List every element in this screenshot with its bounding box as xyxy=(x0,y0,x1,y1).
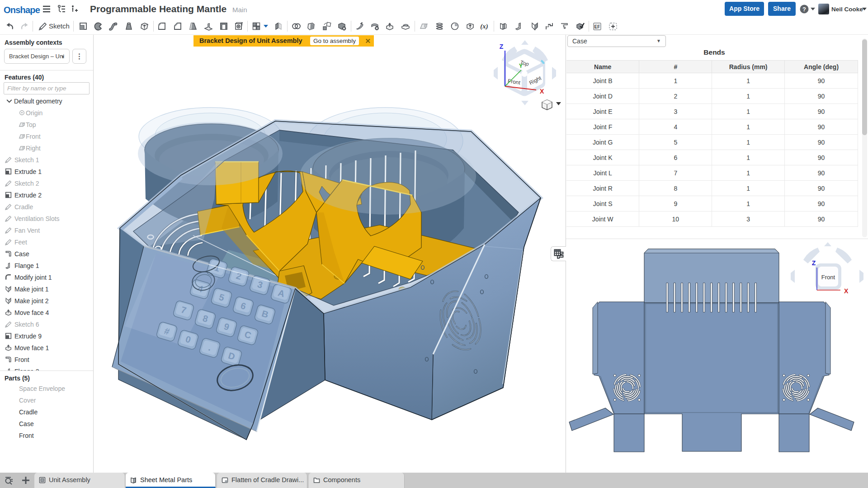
svg-text:Front: Front xyxy=(821,274,835,281)
svg-text:?: ? xyxy=(802,6,806,13)
svg-text:X: X xyxy=(844,287,849,295)
svg-text:EF: EF xyxy=(594,24,600,29)
svg-text:Z: Z xyxy=(812,259,816,267)
svg-text:(x): (x) xyxy=(480,23,488,30)
svg-text:X: X xyxy=(540,88,544,95)
svg-text:Y: Y xyxy=(519,62,523,69)
svg-text:Z: Z xyxy=(500,43,504,50)
